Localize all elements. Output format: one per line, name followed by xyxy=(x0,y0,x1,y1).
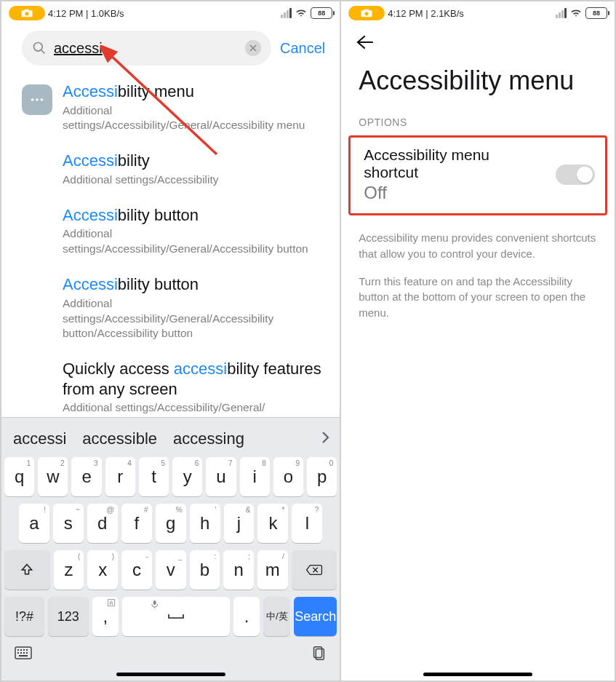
svg-rect-10 xyxy=(17,649,19,651)
key-n[interactable]: ;n xyxy=(223,550,254,590)
camera-indicator xyxy=(9,6,45,20)
svg-point-7 xyxy=(41,98,44,101)
toggle-switch[interactable] xyxy=(556,164,595,185)
search-icon xyxy=(32,41,47,55)
battery-icon: 88 xyxy=(585,7,607,19)
key-q[interactable]: 1q xyxy=(4,457,34,496)
accessibility-shortcut-setting[interactable]: Accessibility menu shortcut Off xyxy=(348,135,607,215)
suggestion[interactable]: accessi xyxy=(13,429,66,448)
key-p[interactable]: 0p xyxy=(307,457,337,496)
key-r[interactable]: 4r xyxy=(105,457,135,496)
key-v[interactable]: _v xyxy=(156,550,186,590)
key-k[interactable]: *k xyxy=(257,504,288,543)
key-d[interactable]: @d xyxy=(87,504,118,543)
settings-app-icon xyxy=(22,84,52,115)
svg-point-6 xyxy=(36,98,39,101)
symbols-key[interactable]: !?# xyxy=(4,597,44,636)
key-h[interactable]: 'h xyxy=(190,504,220,543)
key-b[interactable]: :b xyxy=(190,550,220,590)
result-path: Additional settings/Accessibility/Genera… xyxy=(63,296,325,342)
help-text: Turn this feature on and tap the Accessi… xyxy=(341,274,615,333)
key-g[interactable]: %g xyxy=(156,504,186,543)
key-m[interactable]: /m xyxy=(257,550,288,590)
back-button[interactable] xyxy=(356,39,375,52)
search-result[interactable]: Accessibility menu Additional settings/A… xyxy=(22,82,325,133)
search-result[interactable]: Quickly access accessibility features fr… xyxy=(22,359,325,416)
setting-title: Accessibility menu shortcut xyxy=(364,146,547,181)
svg-point-5 xyxy=(31,98,34,101)
language-key[interactable]: 中/英 xyxy=(263,597,290,636)
camera-indicator xyxy=(348,6,385,20)
space-key[interactable] xyxy=(122,597,229,636)
key-a[interactable]: !a xyxy=(19,504,49,543)
key-s[interactable]: ~s xyxy=(53,504,84,543)
result-path: Additional settings/Accessibility/Genera… xyxy=(63,400,325,416)
clipboard-button[interactable] xyxy=(311,645,327,664)
shift-key[interactable] xyxy=(4,550,50,590)
result-title: Accessibility button xyxy=(63,274,325,295)
search-header: Cancel xyxy=(1,25,340,71)
key-c[interactable]: -c xyxy=(121,550,152,590)
home-indicator[interactable] xyxy=(116,673,225,676)
home-indicator[interactable] xyxy=(423,673,532,676)
keycap-icon: 🄰 xyxy=(108,599,115,607)
svg-line-4 xyxy=(41,50,45,54)
result-title: Quickly access accessibility features fr… xyxy=(63,359,325,399)
mic-icon xyxy=(151,600,201,610)
key-f[interactable]: #f xyxy=(121,504,152,543)
key-i[interactable]: 8i xyxy=(240,457,270,496)
svg-rect-11 xyxy=(20,649,22,651)
setting-state: Off xyxy=(364,183,547,203)
help-text: Accessibility menu provides convenient s… xyxy=(341,230,615,274)
search-result[interactable]: Accessibility button Additional settings… xyxy=(22,205,325,257)
wifi-icon xyxy=(570,9,582,17)
keyboard-settings-button[interactable] xyxy=(15,646,32,662)
more-suggestions-button[interactable] xyxy=(321,429,335,448)
search-box[interactable] xyxy=(22,31,271,66)
status-time: 4:12 PM | 1.0KB/s xyxy=(48,8,124,19)
result-path: Additional settings/Accessibility/Genera… xyxy=(63,226,325,257)
svg-point-3 xyxy=(34,43,43,52)
backspace-key[interactable] xyxy=(292,550,337,590)
key-j[interactable]: &j xyxy=(224,504,255,543)
svg-rect-2 xyxy=(25,9,29,11)
result-path: Additional settings/Accessibility xyxy=(63,173,325,188)
svg-point-1 xyxy=(25,12,28,15)
period-key[interactable]: . xyxy=(233,597,260,636)
result-title: Accessibility button xyxy=(63,205,325,226)
key-t[interactable]: 5t xyxy=(139,457,169,496)
close-icon xyxy=(249,44,257,52)
status-right: 88 xyxy=(556,7,607,19)
suggestion[interactable]: accessible xyxy=(82,429,157,448)
key-o[interactable]: 9o xyxy=(273,457,303,496)
result-title: Accessibility menu xyxy=(63,82,325,102)
svg-rect-16 xyxy=(23,652,25,654)
clear-search-button[interactable] xyxy=(245,40,261,56)
numbers-key[interactable]: 123 xyxy=(48,597,88,636)
key-w[interactable]: 2w xyxy=(38,457,68,496)
key-z[interactable]: (z xyxy=(54,550,84,590)
search-result[interactable]: Accessibility button Additional settings… xyxy=(22,274,325,341)
key-u[interactable]: 7u xyxy=(206,457,236,496)
key-l[interactable]: ?l xyxy=(292,504,322,543)
cancel-button[interactable]: Cancel xyxy=(280,40,325,57)
status-right: 88 xyxy=(281,7,332,19)
wifi-icon xyxy=(295,9,307,17)
search-key[interactable]: Search xyxy=(294,597,337,636)
section-label: OPTIONS xyxy=(341,114,615,135)
suggestion[interactable]: accessing xyxy=(173,429,244,448)
svg-rect-24 xyxy=(364,9,369,11)
left-phone: 4:12 PM | 1.0KB/s 88 Cancel xyxy=(1,1,340,681)
comma-key[interactable]: 🄰, xyxy=(92,597,119,636)
status-bar: 4:12 PM | 2.1KB/s 88 xyxy=(341,1,615,25)
search-result[interactable]: Accessibility Additional settings/Access… xyxy=(22,151,325,187)
search-input[interactable] xyxy=(54,40,238,57)
shift-icon xyxy=(20,563,34,577)
key-y[interactable]: 6y xyxy=(172,457,202,496)
key-e[interactable]: 3e xyxy=(71,457,101,496)
back-arrow-icon xyxy=(356,35,375,49)
signal-icon xyxy=(281,8,292,18)
svg-rect-15 xyxy=(20,652,22,654)
key-x[interactable]: )x xyxy=(87,550,118,590)
right-phone: 4:12 PM | 2.1KB/s 88 Accessibility menu … xyxy=(340,1,615,681)
